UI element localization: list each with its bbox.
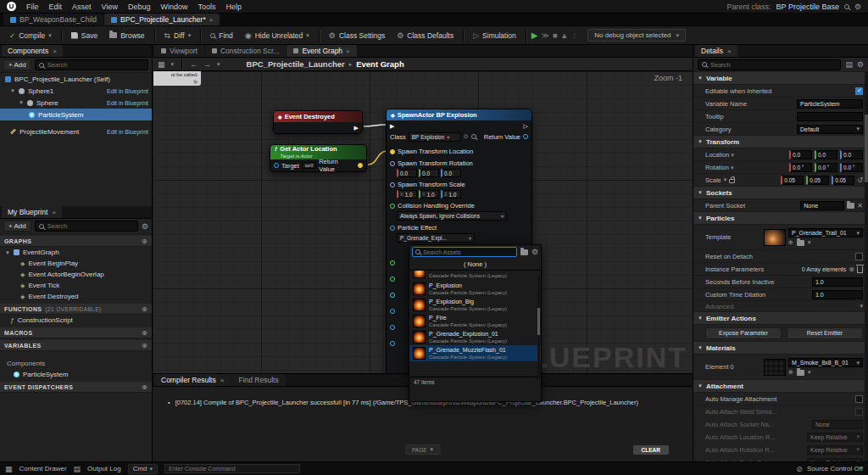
chevron-down-icon[interactable]: ▾	[48, 32, 52, 39]
chevron-down-icon[interactable]: ▼	[5, 250, 10, 255]
back-arrow-icon[interactable]: ←	[190, 60, 198, 69]
component-row-sphere[interactable]: ▼ Sphere Edit in Blueprint	[0, 97, 152, 109]
tooltip-field[interactable]	[797, 112, 863, 121]
tab-viewport[interactable]: Viewport	[154, 45, 204, 57]
play-options-icon[interactable]: ⋮	[571, 32, 577, 39]
section-emitter-actions[interactable]: ▼Emitter Actions	[693, 312, 868, 325]
node-event-destroyed[interactable]: ◈Event Destroyed ▶	[273, 110, 363, 134]
list-view-icon[interactable]: ▤	[845, 60, 853, 69]
browse-asset-icon[interactable]	[797, 370, 804, 376]
cmd-dropdown[interactable]: Cmd▾	[128, 464, 158, 474]
custom-time-dilation-field[interactable]: 1.0	[812, 290, 863, 299]
section-materials[interactable]: ▼Materials	[693, 342, 868, 355]
template-select[interactable]: P_Grenade_Trail_01▾	[788, 228, 863, 238]
template-thumbnail[interactable]	[764, 229, 786, 246]
spawn-transform-location-pin[interactable]	[390, 149, 395, 154]
content-drawer-button[interactable]: Content Drawer	[19, 465, 67, 472]
browse-asset-icon[interactable]	[471, 134, 476, 139]
search-icon[interactable]	[844, 4, 849, 9]
details-search[interactable]	[698, 59, 841, 70]
asset-item-p-explosion-big[interactable]: P_Explosion_BigCascade Particle System (…	[409, 297, 541, 313]
spawn-transform-scale-pin[interactable]	[390, 182, 395, 187]
add-variable-icon[interactable]: ⊕	[142, 342, 147, 349]
menu-help[interactable]: Help	[225, 3, 242, 11]
auto-attach-rotation-select[interactable]: Keep Relative▾	[807, 445, 863, 455]
breadcrumb-root[interactable]: BPC_Projectile_Launcher	[247, 59, 345, 69]
target-pin[interactable]	[274, 163, 279, 168]
tab-compiler-results[interactable]: Compiler Results×	[154, 374, 231, 386]
menu-view[interactable]: View	[102, 3, 118, 11]
location-z-field[interactable]: 0.0	[840, 150, 863, 159]
material-select[interactable]: M_Smoke_8x8_B_01▾	[788, 358, 863, 367]
chevron-down-icon[interactable]: ▾	[724, 176, 727, 183]
menu-edit[interactable]: Edit	[49, 3, 63, 11]
browse-asset-icon[interactable]	[797, 240, 804, 246]
filter-gear-icon[interactable]: ⚙	[142, 222, 148, 231]
event-tick-row[interactable]: ◈Event Tick	[0, 280, 152, 291]
debug-object-select[interactable]: No debug object selected▾	[587, 29, 686, 42]
location-y-field[interactable]: 0.0	[815, 150, 837, 159]
reset-emitter-button[interactable]: Reset Emitter	[787, 327, 863, 339]
exec-in-pin[interactable]: ▶	[390, 123, 394, 129]
auto-manage-attachment-checkbox[interactable]	[855, 395, 863, 403]
material-thumbnail[interactable]	[764, 359, 786, 376]
chevron-down-icon[interactable]: ▾	[808, 369, 811, 376]
particle-effect-select[interactable]: P_Grenade_Expl...▾	[397, 233, 475, 243]
auto-attach-socket-field[interactable]: None	[812, 420, 863, 429]
section-attachment[interactable]: ▼Attachment	[693, 380, 868, 393]
section-transform[interactable]: ▼Transform	[693, 136, 868, 148]
component-row-projectilemovement[interactable]: ProjectileMovement Edit in Blueprint	[0, 126, 152, 137]
compile-button[interactable]: ✓Compile▾	[5, 30, 56, 42]
console-command-input[interactable]	[164, 464, 300, 473]
event-graph-row[interactable]: ▼ EventGraph	[0, 247, 152, 258]
asset-list-scrollbar[interactable]	[537, 276, 540, 380]
output-log-button[interactable]: Output Log	[87, 465, 121, 472]
collision-handling-select[interactable]: Always Spawn, Ignore Collisions▾	[397, 211, 507, 221]
particle-effect-pin[interactable]	[390, 226, 395, 231]
add-graph-icon[interactable]: ⊕	[142, 238, 147, 245]
variables-section-header[interactable]: VARIABLES⊕	[0, 340, 152, 351]
component-row-particlesystem[interactable]: ParticleSystem	[0, 109, 152, 120]
menu-asset[interactable]: Asset	[72, 3, 92, 11]
asset-search[interactable]	[412, 247, 517, 257]
location-x-field[interactable]: 0.0	[789, 150, 812, 159]
eject-button[interactable]: ▲	[560, 31, 568, 40]
output-log-icon[interactable]: ▤	[74, 465, 81, 473]
simulation-button[interactable]: ▷Simulation	[469, 30, 520, 42]
scale-x-field[interactable]: 0.05	[781, 176, 804, 185]
input-pin[interactable]	[390, 260, 395, 265]
row-advanced-expander[interactable]: Advanced ▾	[693, 301, 868, 312]
tab-event-graph[interactable]: Event Graph×	[287, 45, 356, 57]
add-element-icon[interactable]: ⊕	[849, 265, 854, 273]
use-selected-icon[interactable]: ⊙	[464, 133, 469, 140]
hide-unrelated-button[interactable]: ◉Hide Unrelated▾	[241, 30, 314, 42]
browse-button[interactable]: Browse	[105, 30, 148, 42]
variable-particlesystem-row[interactable]: ParticleSystem	[0, 369, 152, 380]
page-dropdown[interactable]: PAGE▾	[405, 444, 440, 455]
tooltip-input[interactable]	[800, 114, 860, 120]
tab-bpc-projectile-launcher[interactable]: BPC_Projectile_Launcher* ×	[104, 14, 220, 25]
auto-attach-weld-checkbox[interactable]	[855, 408, 863, 416]
use-selected-icon[interactable]: ⊕	[788, 239, 793, 246]
play-button[interactable]: ▶	[531, 31, 538, 40]
unreal-logo-icon[interactable]: U	[7, 2, 16, 11]
add-dispatcher-icon[interactable]: ⊕	[142, 383, 147, 391]
menu-window[interactable]: Window	[160, 3, 187, 11]
menu-debug[interactable]: Debug	[128, 3, 151, 11]
exec-out-pin[interactable]: ▷	[524, 123, 528, 129]
close-icon[interactable]: ×	[209, 16, 214, 24]
components-search[interactable]	[35, 59, 148, 70]
collision-handling-pin[interactable]	[390, 204, 395, 209]
class-defaults-button[interactable]: ⚙Class Defaults	[392, 30, 458, 42]
content-drawer-icon[interactable]: ▦	[5, 465, 13, 473]
section-variable[interactable]: ▼Variable	[693, 72, 868, 85]
components-category-row[interactable]: Components	[0, 358, 152, 369]
class-settings-button[interactable]: ⚙Class Settings	[325, 30, 389, 42]
graphs-section-header[interactable]: GRAPHS⊕	[0, 236, 152, 247]
close-icon[interactable]: ×	[346, 48, 350, 55]
details-search-input[interactable]	[710, 61, 837, 69]
asset-search-input[interactable]	[423, 249, 514, 255]
view-options-gear-icon[interactable]: ⚙	[531, 248, 538, 256]
section-particles[interactable]: ▼Particles	[693, 212, 868, 225]
rotation-x-field[interactable]: 0.0 °	[789, 163, 812, 172]
